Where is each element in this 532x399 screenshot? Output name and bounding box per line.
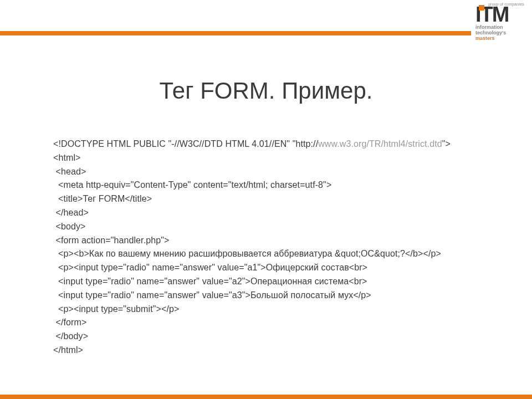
slide-container: group of companies ITM information techn…	[0, 0, 532, 399]
code-line: <html>	[53, 151, 497, 165]
code-text: ">	[442, 139, 451, 149]
logo-brand-text: ITM	[475, 5, 525, 24]
code-line: <p><input type="radio" name="answer" val…	[53, 261, 497, 275]
code-line: </html>	[53, 344, 497, 357]
footer-accent-bar	[0, 395, 532, 399]
code-line: <head>	[53, 165, 497, 179]
code-line: <form action="handler.php">	[53, 234, 497, 248]
code-line: <p><b>Как по вашему мнению расшифровывае…	[53, 247, 497, 261]
code-line: <!DOCTYPE HTML PUBLIC "-//W3C//DTD HTML …	[53, 137, 497, 151]
header-accent-bar	[0, 31, 471, 35]
code-url: www.w3.org/TR/html4/strict.dtd	[318, 139, 442, 149]
logo-accent-icon	[479, 5, 484, 11]
brand-logo: group of companies ITM information techn…	[475, 2, 525, 42]
code-line: <input type="radio" name="answer" value=…	[53, 275, 497, 289]
code-line: <meta http-equiv="Content-Type" content=…	[53, 178, 497, 192]
page-title: Тег FORM. Пример.	[0, 78, 532, 104]
code-line: <body>	[53, 220, 497, 234]
code-line: </form>	[53, 316, 497, 330]
code-line: <input type="radio" name="answer" value=…	[53, 289, 497, 303]
code-line: </head>	[53, 206, 497, 220]
code-text: <!DOCTYPE HTML PUBLIC "-//W3C//DTD HTML …	[53, 139, 318, 149]
logo-tagline: information technology's masters	[475, 25, 525, 42]
code-line: <title>Тег FORM</title>	[53, 192, 497, 206]
code-line: </body>	[53, 330, 497, 344]
code-line: <p><input type="submit"></p>	[53, 303, 497, 316]
code-example: <!DOCTYPE HTML PUBLIC "-//W3C//DTD HTML …	[53, 137, 497, 357]
logo-tagline-line3: masters	[475, 36, 525, 42]
